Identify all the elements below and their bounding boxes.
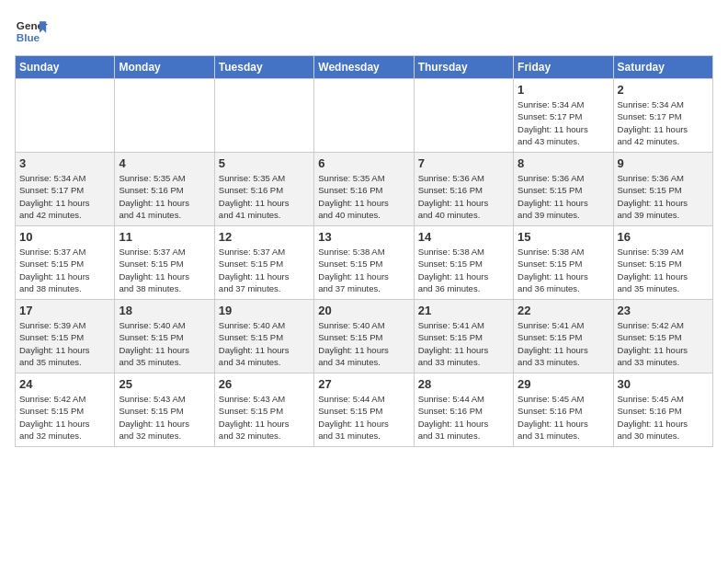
calendar-day-cell: 29Sunrise: 5:45 AM Sunset: 5:16 PM Dayli… [514,373,613,447]
day-number: 2 [618,83,709,97]
calendar-day-cell [115,79,214,153]
day-number: 1 [518,83,609,97]
day-info: Sunrise: 5:41 AM Sunset: 5:15 PM Dayligh… [418,319,509,368]
day-number: 18 [119,304,210,317]
calendar-day-cell: 19Sunrise: 5:40 AM Sunset: 5:15 PM Dayli… [214,300,313,373]
day-number: 24 [19,377,110,391]
day-info: Sunrise: 5:39 AM Sunset: 5:15 PM Dayligh… [618,246,709,294]
calendar-day-cell: 7Sunrise: 5:36 AM Sunset: 5:16 PM Daylig… [414,153,513,226]
calendar-day-cell [16,79,115,153]
day-number: 7 [418,156,509,170]
weekday-header-cell: Friday [514,56,613,79]
day-number: 6 [318,156,409,170]
day-info: Sunrise: 5:35 AM Sunset: 5:16 PM Dayligh… [318,172,409,221]
day-info: Sunrise: 5:41 AM Sunset: 5:15 PM Dayligh… [518,319,609,368]
day-info: Sunrise: 5:38 AM Sunset: 5:15 PM Dayligh… [318,246,409,294]
day-number: 8 [518,156,609,170]
day-info: Sunrise: 5:39 AM Sunset: 5:15 PM Dayligh… [19,319,110,368]
day-number: 3 [19,156,110,170]
day-info: Sunrise: 5:44 AM Sunset: 5:16 PM Dayligh… [418,393,509,442]
day-info: Sunrise: 5:34 AM Sunset: 5:17 PM Dayligh… [618,98,709,147]
day-number: 29 [518,377,609,391]
calendar-day-cell: 26Sunrise: 5:43 AM Sunset: 5:15 PM Dayli… [214,373,313,447]
day-number: 21 [418,304,509,317]
calendar-day-cell: 14Sunrise: 5:38 AM Sunset: 5:15 PM Dayli… [414,226,513,300]
calendar-day-cell [314,79,414,153]
day-number: 12 [219,230,310,244]
calendar-day-cell: 30Sunrise: 5:45 AM Sunset: 5:16 PM Dayli… [613,373,712,447]
day-info: Sunrise: 5:40 AM Sunset: 5:15 PM Dayligh… [219,319,310,368]
day-info: Sunrise: 5:35 AM Sunset: 5:16 PM Dayligh… [219,172,310,221]
day-number: 17 [19,304,110,317]
day-info: Sunrise: 5:36 AM Sunset: 5:16 PM Dayligh… [418,172,509,221]
calendar-day-cell: 11Sunrise: 5:37 AM Sunset: 5:15 PM Dayli… [115,226,214,300]
calendar-day-cell: 22Sunrise: 5:41 AM Sunset: 5:15 PM Dayli… [514,300,613,373]
logo: General Blue [15,15,48,48]
day-info: Sunrise: 5:37 AM Sunset: 5:15 PM Dayligh… [119,246,210,294]
day-info: Sunrise: 5:43 AM Sunset: 5:15 PM Dayligh… [119,393,210,442]
day-info: Sunrise: 5:38 AM Sunset: 5:15 PM Dayligh… [518,246,609,294]
day-number: 26 [219,377,310,391]
calendar-week-row: 10Sunrise: 5:37 AM Sunset: 5:15 PM Dayli… [16,226,713,300]
day-info: Sunrise: 5:45 AM Sunset: 5:16 PM Dayligh… [518,393,609,442]
calendar-day-cell: 18Sunrise: 5:40 AM Sunset: 5:15 PM Dayli… [115,300,214,373]
logo-icon: General Blue [15,15,48,48]
day-number: 22 [518,304,609,317]
calendar-day-cell: 3Sunrise: 5:34 AM Sunset: 5:17 PM Daylig… [16,153,115,226]
calendar-day-cell: 1Sunrise: 5:34 AM Sunset: 5:17 PM Daylig… [514,79,613,153]
day-number: 28 [418,377,509,391]
day-number: 9 [618,156,709,170]
calendar-day-cell [414,79,513,153]
weekday-header-cell: Monday [115,56,214,79]
weekday-header-cell: Thursday [414,56,513,79]
weekday-header-cell: Saturday [613,56,712,79]
day-info: Sunrise: 5:38 AM Sunset: 5:15 PM Dayligh… [418,246,509,294]
calendar-day-cell: 12Sunrise: 5:37 AM Sunset: 5:15 PM Dayli… [214,226,313,300]
calendar-day-cell: 17Sunrise: 5:39 AM Sunset: 5:15 PM Dayli… [16,300,115,373]
calendar-week-row: 1Sunrise: 5:34 AM Sunset: 5:17 PM Daylig… [16,79,713,153]
calendar-day-cell: 6Sunrise: 5:35 AM Sunset: 5:16 PM Daylig… [314,153,414,226]
day-info: Sunrise: 5:42 AM Sunset: 5:15 PM Dayligh… [19,393,110,442]
day-number: 14 [418,230,509,244]
day-info: Sunrise: 5:34 AM Sunset: 5:17 PM Dayligh… [19,172,110,221]
day-info: Sunrise: 5:44 AM Sunset: 5:15 PM Dayligh… [318,393,409,442]
svg-text:Blue: Blue [17,31,40,43]
calendar-table: SundayMondayTuesdayWednesdayThursdayFrid… [15,55,713,447]
day-number: 15 [518,230,609,244]
weekday-header-row: SundayMondayTuesdayWednesdayThursdayFrid… [16,56,713,79]
calendar-day-cell: 15Sunrise: 5:38 AM Sunset: 5:15 PM Dayli… [514,226,613,300]
calendar-day-cell: 9Sunrise: 5:36 AM Sunset: 5:15 PM Daylig… [613,153,712,226]
day-info: Sunrise: 5:36 AM Sunset: 5:15 PM Dayligh… [618,172,709,221]
day-number: 23 [618,304,709,317]
calendar-day-cell: 13Sunrise: 5:38 AM Sunset: 5:15 PM Dayli… [314,226,414,300]
day-number: 25 [119,377,210,391]
day-number: 30 [618,377,709,391]
calendar-day-cell: 28Sunrise: 5:44 AM Sunset: 5:16 PM Dayli… [414,373,513,447]
day-number: 20 [318,304,409,317]
day-number: 11 [119,230,210,244]
calendar-week-row: 3Sunrise: 5:34 AM Sunset: 5:17 PM Daylig… [16,153,713,226]
calendar-day-cell [214,79,313,153]
calendar-day-cell: 24Sunrise: 5:42 AM Sunset: 5:15 PM Dayli… [16,373,115,447]
day-info: Sunrise: 5:37 AM Sunset: 5:15 PM Dayligh… [19,246,110,294]
calendar-day-cell: 25Sunrise: 5:43 AM Sunset: 5:15 PM Dayli… [115,373,214,447]
page-header: General Blue [15,15,713,48]
calendar-day-cell: 20Sunrise: 5:40 AM Sunset: 5:15 PM Dayli… [314,300,414,373]
day-info: Sunrise: 5:42 AM Sunset: 5:15 PM Dayligh… [618,319,709,368]
day-number: 5 [219,156,310,170]
day-number: 4 [119,156,210,170]
weekday-header-cell: Sunday [16,56,115,79]
calendar-week-row: 24Sunrise: 5:42 AM Sunset: 5:15 PM Dayli… [16,373,713,447]
calendar-day-cell: 8Sunrise: 5:36 AM Sunset: 5:15 PM Daylig… [514,153,613,226]
day-info: Sunrise: 5:36 AM Sunset: 5:15 PM Dayligh… [518,172,609,221]
day-number: 19 [219,304,310,317]
weekday-header-cell: Wednesday [314,56,414,79]
day-number: 10 [19,230,110,244]
day-number: 27 [318,377,409,391]
calendar-day-cell: 10Sunrise: 5:37 AM Sunset: 5:15 PM Dayli… [16,226,115,300]
weekday-header-cell: Tuesday [214,56,313,79]
calendar-day-cell: 23Sunrise: 5:42 AM Sunset: 5:15 PM Dayli… [613,300,712,373]
calendar-day-cell: 21Sunrise: 5:41 AM Sunset: 5:15 PM Dayli… [414,300,513,373]
day-info: Sunrise: 5:37 AM Sunset: 5:15 PM Dayligh… [219,246,310,294]
calendar-week-row: 17Sunrise: 5:39 AM Sunset: 5:15 PM Dayli… [16,300,713,373]
